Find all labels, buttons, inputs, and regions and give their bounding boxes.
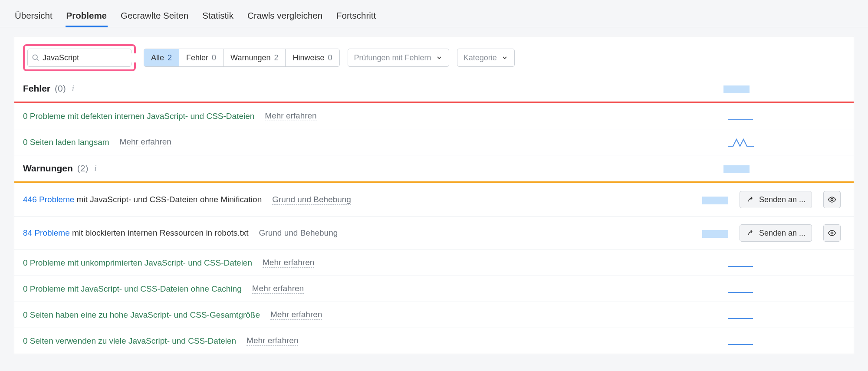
seg-errors[interactable]: Fehler 0 [179, 49, 224, 66]
dropdown-checks-label: Prüfungen mit Fehlern [354, 53, 431, 62]
search-input[interactable] [40, 53, 146, 62]
seg-errors-count: 0 [212, 53, 216, 62]
issue-text: 0 Probleme mit defekten internen JavaScr… [23, 112, 254, 121]
seg-notices[interactable]: Hinweise 0 [286, 49, 339, 66]
issue-text: mit blockierten internen Ressourcen in r… [70, 228, 249, 237]
share-icon [746, 229, 755, 237]
sparkline [728, 112, 754, 121]
reason-fix-link[interactable]: Grund und Behebung [272, 195, 351, 205]
issue-row[interactable]: 84 Probleme mit blockierten internen Res… [14, 217, 854, 250]
filter-segments: Alle 2 Fehler 0 Warnungen 2 Hinweise 0 [144, 49, 340, 67]
dropdown-category-label: Kategorie [464, 53, 497, 62]
section-errors-count: (0) [55, 83, 66, 94]
svg-point-0 [33, 55, 37, 59]
send-button[interactable]: Senden an ... [740, 224, 812, 242]
sparkline [702, 195, 728, 204]
sparkline [723, 84, 750, 93]
seg-warnings-label: Warnungen [230, 53, 270, 62]
seg-notices-label: Hinweise [293, 53, 324, 62]
visibility-button[interactable] [823, 191, 841, 208]
seg-all-count: 2 [168, 53, 172, 62]
issue-text: 0 Seiten laden langsam [23, 138, 109, 147]
dropdown-category[interactable]: Kategorie [457, 49, 515, 67]
tab-statistics[interactable]: Statistik [201, 7, 234, 27]
share-icon [746, 195, 755, 204]
learn-more-link[interactable]: Mehr erfahren [252, 284, 304, 294]
seg-notices-count: 0 [328, 53, 332, 62]
issue-row[interactable]: 0 Probleme mit defekten internen JavaScr… [14, 103, 854, 129]
issue-row[interactable]: 0 Probleme mit unkomprimierten JavaScrip… [14, 250, 854, 276]
send-button-label: Senden an ... [759, 195, 806, 204]
svg-point-4 [831, 199, 833, 201]
learn-more-link[interactable]: Mehr erfahren [247, 336, 298, 346]
sparkline [728, 336, 754, 346]
section-header-warnings: Warnungen (2) i [14, 155, 854, 181]
issues-panel: Alle 2 Fehler 0 Warnungen 2 Hinweise 0 P… [14, 36, 854, 354]
seg-warnings-count: 2 [274, 53, 278, 62]
seg-errors-label: Fehler [186, 53, 208, 62]
seg-all-label: Alle [151, 53, 164, 62]
search-input-wrap [27, 49, 132, 67]
section-header-errors: Fehler (0) i [14, 78, 854, 102]
sparkline [702, 228, 728, 238]
section-warnings-title: Warnungen [23, 163, 73, 174]
section-errors-title: Fehler [23, 83, 50, 94]
toolbar: Alle 2 Fehler 0 Warnungen 2 Hinweise 0 P… [14, 36, 854, 78]
dropdown-checks[interactable]: Prüfungen mit Fehlern [348, 49, 449, 67]
learn-more-link[interactable]: Mehr erfahren [263, 258, 314, 268]
tab-compare[interactable]: Crawls vergleichen [247, 7, 323, 27]
tab-issues[interactable]: Probleme [66, 7, 108, 27]
visibility-button[interactable] [823, 224, 841, 242]
top-tabs: Übersicht Probleme Gecrawlte Seiten Stat… [0, 0, 868, 27]
svg-line-1 [37, 59, 39, 61]
reason-fix-link[interactable]: Grund und Behebung [259, 228, 338, 238]
issue-row[interactable]: 446 Probleme mit JavaScript- und CSS-Dat… [14, 183, 854, 217]
search-icon [31, 53, 40, 62]
send-button-label: Senden an ... [759, 229, 806, 238]
sparkline [728, 310, 754, 320]
chevron-down-icon [501, 54, 508, 61]
issue-text: 0 Seiten verwenden zu viele JavaScript- … [23, 336, 236, 346]
issue-text: mit JavaScript- und CSS-Dateien ohne Min… [74, 195, 262, 204]
learn-more-link[interactable]: Mehr erfahren [270, 310, 322, 320]
sparkline [728, 138, 754, 147]
learn-more-link[interactable]: Mehr erfahren [120, 137, 171, 147]
sparkline [728, 258, 754, 268]
issue-row[interactable]: 0 Seiten verwenden zu viele JavaScript- … [14, 328, 854, 354]
issue-row[interactable]: 0 Seiten haben eine zu hohe JavaScript- … [14, 302, 854, 328]
issue-count-link[interactable]: 84 Probleme [23, 228, 70, 237]
issue-text: 0 Probleme mit unkomprimierten JavaScrip… [23, 258, 252, 268]
seg-warnings[interactable]: Warnungen 2 [224, 49, 286, 66]
chevron-down-icon [436, 54, 443, 61]
section-warnings-count: (2) [77, 163, 89, 174]
info-icon[interactable]: i [70, 84, 74, 93]
issue-text: 0 Seiten haben eine zu hohe JavaScript- … [23, 310, 260, 320]
sparkline [728, 284, 754, 294]
eye-icon [828, 229, 836, 237]
send-button[interactable]: Senden an ... [740, 191, 812, 208]
search-highlight-frame [23, 44, 136, 71]
issue-text: 0 Probleme mit JavaScript- und CSS-Datei… [23, 284, 242, 294]
tab-crawled[interactable]: Gecrawlte Seiten [120, 7, 189, 27]
issue-count-link[interactable]: 446 Probleme [23, 195, 74, 204]
issue-row[interactable]: 0 Probleme mit JavaScript- und CSS-Datei… [14, 276, 854, 302]
tab-overview[interactable]: Übersicht [14, 7, 53, 27]
seg-all[interactable]: Alle 2 [144, 49, 179, 66]
svg-point-5 [831, 232, 833, 234]
issue-row[interactable]: 0 Seiten laden langsam Mehr erfahren [14, 129, 854, 155]
info-icon[interactable]: i [92, 164, 96, 173]
sparkline [723, 164, 750, 173]
learn-more-link[interactable]: Mehr erfahren [265, 111, 316, 121]
tab-progress[interactable]: Fortschritt [335, 7, 377, 27]
eye-icon [828, 195, 836, 204]
